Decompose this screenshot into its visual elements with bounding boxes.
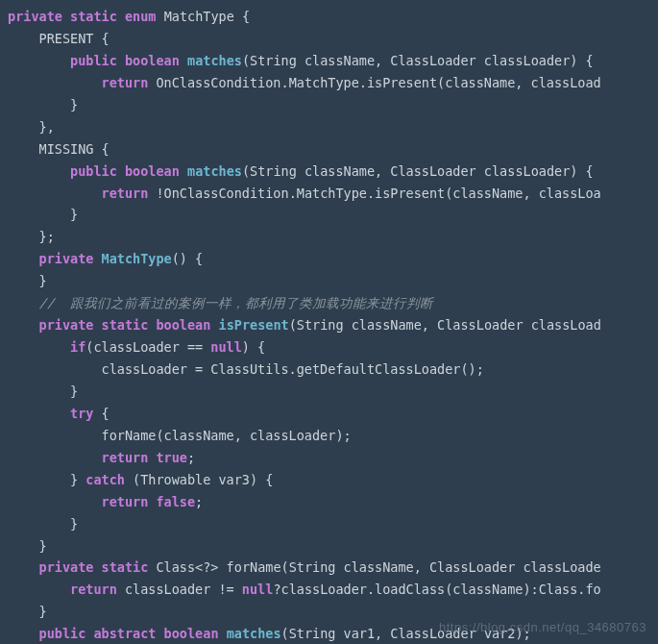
text: { — [93, 31, 109, 46]
kw-boolean: boolean — [164, 626, 219, 641]
code-block: private static enum MatchType { PRESENT … — [0, 0, 658, 644]
text: { — [93, 406, 109, 421]
kw-return: return — [102, 450, 149, 465]
kw-true: true — [156, 450, 187, 465]
text: ; — [187, 450, 195, 465]
text: } — [70, 384, 78, 399]
text: { — [93, 141, 109, 157]
kw-return: return — [70, 582, 117, 597]
text: }, — [39, 119, 55, 135]
kw-boolean: boolean — [125, 53, 180, 68]
kw-public: public — [70, 53, 117, 68]
kw-catch: catch — [85, 472, 125, 487]
type-name: MatchType — [164, 9, 234, 24]
text: } — [39, 273, 47, 288]
comment: // 跟我们之前看过的案例一样，都利用了类加载功能来进行判断 — [39, 295, 434, 310]
text: } — [70, 516, 78, 532]
kw-public: public — [70, 163, 117, 179]
kw-try: try — [70, 406, 93, 421]
ctor-name: MatchType — [102, 251, 172, 266]
text: () { — [172, 251, 204, 266]
text: ) { — [242, 339, 265, 355]
kw-static: static — [102, 559, 149, 575]
kw-private: private — [39, 251, 94, 266]
text: } — [70, 207, 78, 222]
text: classLoader != — [117, 582, 242, 597]
kw-private: private — [8, 9, 62, 24]
text: { — [234, 9, 250, 24]
kw-enum: enum — [125, 9, 157, 24]
enum-constant: MISSING — [39, 141, 94, 157]
kw-null: null — [242, 582, 274, 597]
kw-null: null — [210, 339, 242, 355]
kw-abstract: abstract — [93, 626, 156, 641]
method-sig: (String var1, ClassLoader var2); — [281, 626, 531, 641]
kw-return: return — [102, 186, 149, 201]
method-name: matches — [227, 626, 281, 641]
text: (Throwable var3) { — [125, 472, 273, 487]
kw-static: static — [70, 9, 117, 24]
text: } — [70, 97, 78, 112]
kw-boolean: boolean — [125, 163, 180, 179]
text: (classLoader == — [85, 339, 210, 355]
text: ; — [195, 494, 203, 509]
kw-public: public — [39, 626, 86, 641]
text: } — [39, 538, 47, 554]
method-sig: (String className, ClassLoader classLoad — [289, 317, 601, 333]
text: classLoader = ClassUtils.getDefaultClass… — [102, 361, 484, 377]
text: !OnClassCondition.MatchType.isPresent(cl… — [148, 186, 600, 201]
text: Class<?> forName(String className, Class… — [148, 559, 600, 575]
text: forName(className, classLoader); — [102, 428, 352, 443]
enum-constant: PRESENT — [39, 31, 94, 46]
kw-static: static — [102, 317, 149, 333]
text: } — [39, 604, 47, 619]
kw-boolean: boolean — [156, 317, 210, 333]
kw-return: return — [102, 494, 149, 509]
kw-if: if — [70, 339, 85, 355]
text: }; — [39, 229, 55, 244]
kw-private: private — [39, 559, 94, 575]
method-sig: (String className, ClassLoader classLoad… — [242, 53, 594, 68]
kw-return: return — [102, 75, 149, 90]
method-name: matches — [187, 163, 242, 179]
kw-false: false — [156, 494, 195, 509]
method-name: isPresent — [219, 317, 289, 333]
kw-private: private — [39, 317, 94, 333]
text: OnClassCondition.MatchType.isPresent(cla… — [148, 75, 600, 90]
text: ?classLoader.loadClass(className):Class.… — [273, 582, 600, 597]
method-sig: (String className, ClassLoader classLoad… — [242, 163, 594, 179]
text: } — [70, 472, 85, 487]
method-name: matches — [187, 53, 242, 68]
